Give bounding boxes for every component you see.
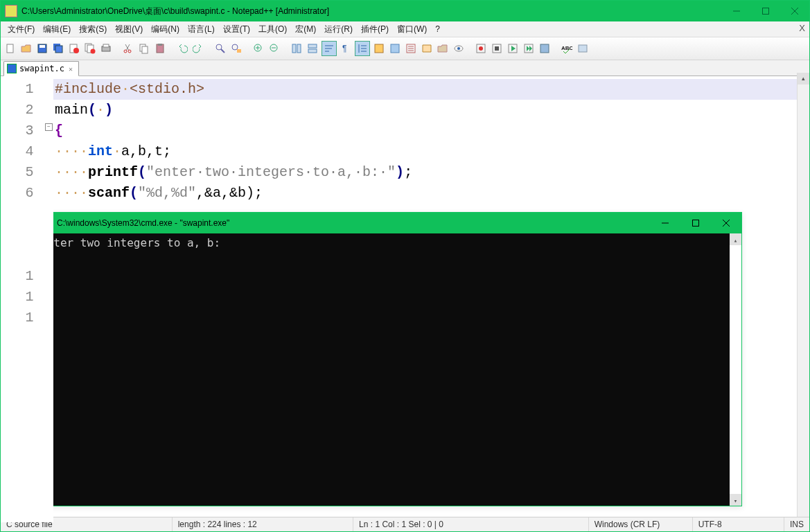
wordwrap-button[interactable] <box>322 41 337 56</box>
svg-text:¶: ¶ <box>342 44 346 53</box>
open-file-button[interactable] <box>19 42 33 55</box>
line-number: 4 <box>1 141 34 162</box>
brace: { <box>55 123 63 139</box>
string-literal: "%d,%d" <box>138 185 196 201</box>
play-macro-button[interactable] <box>506 42 520 55</box>
monitor-button[interactable] <box>452 42 466 55</box>
cut-button[interactable] <box>121 42 135 55</box>
paren: ) <box>396 164 404 180</box>
close-file-button[interactable] <box>67 42 81 55</box>
line-number: 2 <box>1 100 34 121</box>
minimize-button[interactable] <box>722 1 751 21</box>
undo-button[interactable] <box>175 42 189 55</box>
save-all-button[interactable] <box>51 42 65 55</box>
indent-guide-button[interactable] <box>355 41 370 56</box>
zoom-out-button[interactable] <box>267 42 281 55</box>
svg-point-35 <box>457 47 460 50</box>
sync-v-button[interactable] <box>290 42 303 55</box>
menu-edit[interactable]: 编辑(E) <box>39 22 75 37</box>
menu-window[interactable]: 窗口(W) <box>393 22 431 37</box>
play-multi-button[interactable] <box>522 42 536 55</box>
zoom-in-button[interactable] <box>252 42 265 55</box>
tab-close-icon[interactable]: ✕ <box>67 65 74 72</box>
folder-workspace-button[interactable] <box>436 42 450 55</box>
menu-macro[interactable]: 宏(M) <box>291 22 320 37</box>
line-number: 5 <box>1 162 34 183</box>
fold-column[interactable]: − <box>44 76 53 522</box>
string-literal: "enter·two·integers·to·a,·b:·" <box>146 164 396 180</box>
svg-rect-23 <box>237 49 241 53</box>
menu-plugins[interactable]: 插件(P) <box>357 22 393 37</box>
svg-rect-27 <box>297 44 301 53</box>
indent: ···· <box>55 143 88 159</box>
svg-point-20 <box>216 44 222 50</box>
func-list-button[interactable] <box>420 42 434 55</box>
replace-button[interactable] <box>229 42 243 55</box>
close-all-button[interactable] <box>83 42 97 55</box>
svg-rect-13 <box>103 44 109 47</box>
paren: ( <box>130 185 138 201</box>
print-button[interactable] <box>99 42 113 55</box>
svg-point-8 <box>73 48 79 53</box>
doc-list-button[interactable] <box>404 42 418 55</box>
doc-map-button[interactable] <box>388 42 402 55</box>
svg-rect-31 <box>375 44 383 53</box>
svg-rect-4 <box>39 45 45 48</box>
menu-search[interactable]: 搜索(S) <box>75 22 111 37</box>
document-close-icon[interactable]: X <box>799 23 805 33</box>
keyword-int: int <box>88 143 113 159</box>
new-file-button[interactable] <box>3 42 17 55</box>
maximize-button[interactable] <box>751 1 780 21</box>
svg-rect-32 <box>391 44 399 53</box>
save-macro-button[interactable] <box>538 42 552 55</box>
svg-line-21 <box>221 49 224 53</box>
line-number: 1 <box>1 308 34 328</box>
line-number: 3 <box>1 121 34 141</box>
fn-scanf: scanf <box>88 185 130 201</box>
show-symbols-button[interactable]: ¶ <box>339 42 353 55</box>
var-decl: a,b,t; <box>121 143 171 159</box>
close-button[interactable] <box>780 1 809 21</box>
menu-help[interactable]: ? <box>431 23 444 35</box>
menu-language[interactable]: 语言(L) <box>184 22 219 37</box>
toolbar: ¶ ABC <box>1 37 809 60</box>
menu-view[interactable]: 视图(V) <box>111 22 147 37</box>
editor[interactable]: 1 2 3 4 5 6 1 1 1 − #include·<stdio.h> m… <box>1 76 809 522</box>
record-macro-button[interactable] <box>474 42 488 55</box>
code-area[interactable]: #include·<stdio.h> main(·) { ····int·a,b… <box>53 76 809 522</box>
menu-file[interactable]: 文件(F) <box>3 22 39 37</box>
svg-point-14 <box>124 50 127 53</box>
menu-run[interactable]: 运行(R) <box>320 22 357 37</box>
find-button[interactable] <box>213 42 227 55</box>
user-lang-button[interactable] <box>372 42 386 55</box>
whitespace-dot: · <box>113 143 121 159</box>
fold-marker-icon[interactable]: − <box>45 123 53 131</box>
menu-tools[interactable]: 工具(O) <box>254 22 291 37</box>
svg-rect-26 <box>292 44 296 53</box>
toolbar-extra-button[interactable] <box>576 42 590 55</box>
fn-printf: printf <box>88 164 138 180</box>
file-tab[interactable]: swapint.c ✕ <box>3 61 79 76</box>
menu-encoding[interactable]: 编码(N) <box>147 22 184 37</box>
save-button[interactable] <box>35 42 49 55</box>
line-number: 1 <box>1 266 34 287</box>
svg-rect-19 <box>158 44 162 46</box>
line-number: 1 <box>1 287 34 308</box>
spellcheck-button[interactable]: ABC <box>560 42 574 55</box>
identifier: main <box>55 102 88 118</box>
stop-macro-button[interactable] <box>490 42 504 55</box>
svg-rect-29 <box>308 49 317 53</box>
titlebar[interactable]: C:\Users\Administrator\OneDrive\桌面\c\bui… <box>1 1 809 21</box>
svg-rect-44 <box>579 45 587 52</box>
svg-rect-28 <box>308 44 317 48</box>
sync-h-button[interactable] <box>306 42 319 55</box>
paste-button[interactable] <box>153 42 167 55</box>
save-icon <box>7 64 17 73</box>
redo-button[interactable] <box>191 42 205 55</box>
svg-rect-2 <box>7 44 13 53</box>
line-number: 1 <box>1 79 34 100</box>
menu-settings[interactable]: 设置(T) <box>219 22 254 37</box>
indent: ···· <box>55 164 88 180</box>
whitespace-dot: · <box>121 81 130 97</box>
copy-button[interactable] <box>137 42 151 55</box>
